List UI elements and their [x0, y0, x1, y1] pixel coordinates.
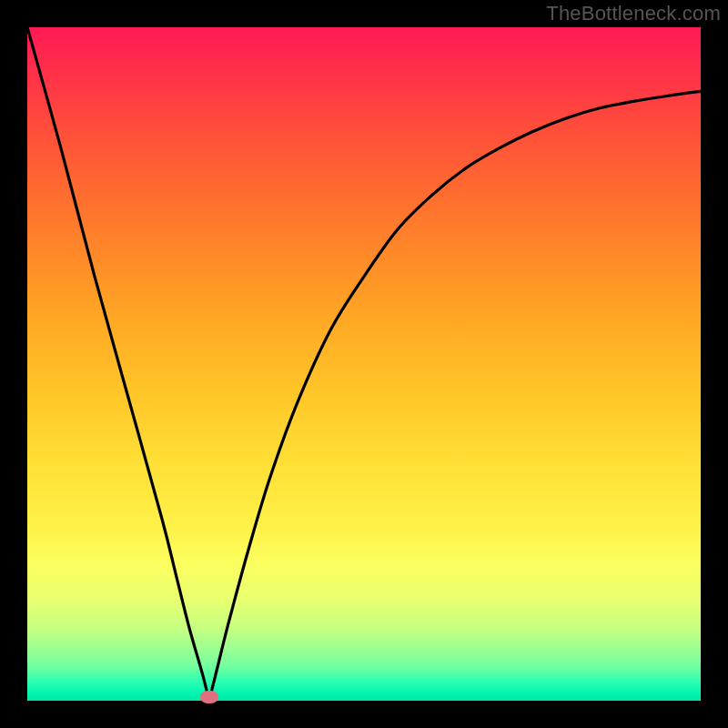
bottleneck-curve-line — [27, 27, 701, 701]
chart-frame: TheBottleneck.com — [0, 0, 728, 728]
chart-svg — [27, 27, 701, 701]
optimum-marker — [200, 691, 218, 703]
watermark-text: TheBottleneck.com — [546, 2, 721, 25]
